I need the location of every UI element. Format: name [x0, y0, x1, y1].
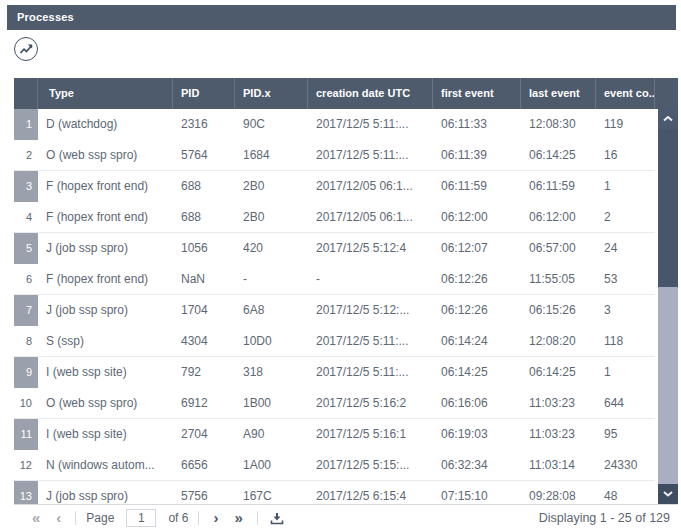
cell-pid: 1704: [173, 295, 235, 326]
row-number: 13: [14, 481, 38, 504]
row-number: 9: [14, 357, 38, 388]
cell-pid: 1056: [173, 233, 235, 264]
line-chart-icon: [18, 41, 34, 57]
column-header-pid-x[interactable]: PID.x: [235, 78, 308, 109]
cell-event-count: 95: [596, 419, 655, 450]
last-page-button[interactable]: »: [226, 508, 250, 528]
cell-type: I (web ssp site): [38, 419, 173, 450]
cell-first-event: 06:14:24: [433, 326, 521, 356]
column-header-pid[interactable]: PID: [173, 78, 235, 109]
cell-last-event: 11:55:05: [521, 264, 596, 294]
chevron-up-icon: [663, 116, 673, 122]
column-header-type[interactable]: Type: [38, 78, 173, 109]
cell-creation-date-utc: 2017/12/5 5:11:...: [308, 140, 433, 170]
chart-button[interactable]: [14, 37, 38, 61]
table-row[interactable]: 3F (hopex front end)6882B02017/12/05 06:…: [14, 171, 655, 202]
table-row[interactable]: 6F (hopex front end)NaN--06:12:2611:55:0…: [14, 264, 655, 295]
download-button[interactable]: [264, 512, 290, 525]
table-row[interactable]: 2O (web ssp spro)576416842017/12/5 5:11:…: [14, 140, 655, 171]
cell-event-count: 3: [596, 295, 655, 326]
column-header-numberer[interactable]: [14, 78, 38, 109]
cell-pid-x: 90C: [235, 109, 308, 140]
row-number: 12: [14, 450, 38, 480]
cell-first-event: 06:19:03: [433, 419, 521, 450]
cell-pid: NaN: [173, 264, 235, 294]
table-row[interactable]: 4F (hopex front end)6882B02017/12/05 06:…: [14, 202, 655, 233]
scroll-up-button[interactable]: [658, 109, 678, 129]
cell-pid-x: 1684: [235, 140, 308, 170]
processes-panel: Processes TypePIDPID.xcreation date UTCf…: [0, 0, 681, 530]
cell-creation-date-utc: 2017/12/5 5:12:4: [308, 233, 433, 264]
table-row[interactable]: 12N (windows autom...66561A002017/12/5 5…: [14, 450, 655, 481]
cell-event-count: 48: [596, 481, 655, 504]
row-number: 10: [14, 388, 38, 418]
prev-page-button[interactable]: ‹: [48, 508, 69, 528]
cell-first-event: 06:12:26: [433, 295, 521, 326]
page-count-label: of 6: [164, 511, 192, 525]
cell-pid: 688: [173, 202, 235, 232]
cell-pid-x: 167C: [235, 481, 308, 504]
cell-type: S (ssp): [38, 326, 173, 356]
cell-pid-x: -: [235, 264, 308, 294]
paging-toolbar: « ‹ Page of 6 › » Displaying 1 - 25 of 1…: [14, 506, 678, 530]
column-header-first-event[interactable]: first event: [433, 78, 521, 109]
vertical-scrollbar[interactable]: [658, 109, 678, 504]
cell-last-event: 06:14:25: [521, 140, 596, 170]
cell-creation-date-utc: 2017/12/05 06:1...: [308, 202, 433, 232]
cell-creation-date-utc: 2017/12/5 5:11:...: [308, 326, 433, 356]
row-number: 5: [14, 233, 38, 264]
grid-header: TypePIDPID.xcreation date UTCfirst event…: [14, 78, 678, 109]
cell-last-event: 09:28:08: [521, 481, 596, 504]
table-row[interactable]: 13J (job ssp spro)5756167C2017/12/5 6:15…: [14, 481, 655, 504]
table-row[interactable]: 10O (web ssp spro)69121B002017/12/5 5:16…: [14, 388, 655, 419]
download-icon: [270, 512, 284, 525]
cell-creation-date-utc: 2017/12/5 5:11:...: [308, 109, 433, 140]
column-header-last-event[interactable]: last event: [521, 78, 596, 109]
cell-first-event: 06:11:33: [433, 109, 521, 140]
next-page-button[interactable]: ›: [205, 508, 226, 528]
cell-first-event: 06:11:39: [433, 140, 521, 170]
column-header-creation-date-utc[interactable]: creation date UTC: [308, 78, 433, 109]
table-row[interactable]: 8S (ssp)430410D02017/12/5 5:11:...06:14:…: [14, 326, 655, 357]
cell-last-event: 11:03:23: [521, 419, 596, 450]
cell-last-event: 06:15:26: [521, 295, 596, 326]
table-row[interactable]: 11I (web ssp site)2704A902017/12/5 5:16:…: [14, 419, 655, 450]
cell-type: N (windows autom...: [38, 450, 173, 480]
table-row[interactable]: 7J (job ssp spro)17046A82017/12/5 5:12:.…: [14, 295, 655, 326]
cell-creation-date-utc: 2017/12/05 06:1...: [308, 171, 433, 202]
cell-last-event: 06:12:00: [521, 202, 596, 232]
cell-pid-x: 1A00: [235, 450, 308, 480]
cell-pid-x: 318: [235, 357, 308, 388]
cell-event-count: 118: [596, 326, 655, 356]
scrollbar-thumb[interactable]: [658, 129, 678, 287]
cell-last-event: 11:03:14: [521, 450, 596, 480]
table-row[interactable]: 9I (web ssp site)7923182017/12/5 5:11:..…: [14, 357, 655, 388]
cell-pid-x: 10D0: [235, 326, 308, 356]
row-number: 1: [14, 109, 38, 140]
cell-event-count: 24: [596, 233, 655, 264]
cell-creation-date-utc: 2017/12/5 5:16:2: [308, 388, 433, 418]
cell-pid: 6912: [173, 388, 235, 418]
cell-pid-x: 420: [235, 233, 308, 264]
cell-type: F (hopex front end): [38, 171, 173, 202]
cell-type: J (job ssp spro): [38, 233, 173, 264]
cell-first-event: 06:12:00: [433, 202, 521, 232]
panel-title: Processes: [7, 5, 676, 30]
row-number: 7: [14, 295, 38, 326]
table-row[interactable]: 5J (job ssp spro)10564202017/12/5 5:12:4…: [14, 233, 655, 264]
cell-last-event: 06:57:00: [521, 233, 596, 264]
row-number: 2: [14, 140, 38, 170]
row-number: 11: [14, 419, 38, 450]
page-number-input[interactable]: [126, 509, 156, 527]
scroll-down-button[interactable]: [658, 484, 678, 504]
column-header-event-count[interactable]: event co...: [596, 78, 655, 109]
table-row[interactable]: 1D (watchdog)231690C2017/12/5 5:11:...06…: [14, 109, 655, 140]
cell-last-event: 12:08:20: [521, 326, 596, 356]
cell-pid: 2704: [173, 419, 235, 450]
cell-pid: 688: [173, 171, 235, 202]
page-label: Page: [82, 511, 118, 525]
cell-pid-x: 2B0: [235, 202, 308, 232]
cell-pid: 792: [173, 357, 235, 388]
first-page-button[interactable]: «: [24, 508, 48, 528]
cell-pid: 2316: [173, 109, 235, 140]
